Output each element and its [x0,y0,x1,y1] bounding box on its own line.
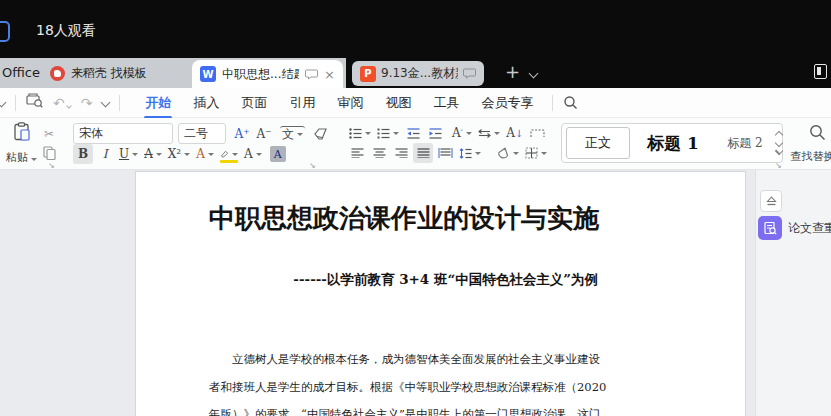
cut-icon[interactable]: ✂ [39,124,59,144]
chevron-down-icon [161,127,168,134]
document-tab-title: 9.13金...教材新课业 [381,65,458,82]
align-center-button[interactable] [369,143,389,163]
text-effects-button[interactable]: A [194,144,216,164]
document-body: 立德树人是学校的根本任务，成为德智体美全面发展的社会主义事业建设 者和接班人是学… [136,346,745,416]
group-expander-icon[interactable]: ↘ [775,161,782,170]
font-size-select[interactable]: 二号 [178,123,226,144]
font-color-button[interactable]: A [242,144,264,164]
more-commands-chevron-icon[interactable] [101,98,111,108]
new-tab-button[interactable]: + [505,63,520,81]
collapse-chevron-icon[interactable] [0,98,6,108]
pinyin-guide-button[interactable]: 文 [280,126,305,142]
viewer-count: 18人观看 [36,22,96,40]
redo-icon[interactable]: ↷ [81,95,93,111]
ribbon-tab-reference[interactable]: 引用 [278,89,326,117]
comment-bubble-icon[interactable] [463,64,476,83]
group-expander-icon[interactable]: ↘ [309,161,316,170]
highlighter-icon [220,149,229,159]
paper-check-tool[interactable]: 论文查重 [758,216,831,240]
ribbon-tab-page[interactable]: 页面 [230,89,278,117]
ribbon-tab-view[interactable]: 视图 [374,89,422,117]
tab-bar: Office 来稻壳 找模板 W 中职思想...结题报告 × P 9.13金..… [0,58,831,88]
clear-format-icon[interactable] [311,124,331,144]
window-layout-icon[interactable] [814,64,827,79]
increase-indent-button[interactable] [425,123,445,143]
chevron-down-icon [214,127,221,134]
italic-button[interactable]: I [95,144,115,164]
collapse-panel-button[interactable] [760,190,782,212]
style-body-text[interactable]: 正文 [566,127,630,159]
align-left-button[interactable] [347,143,367,163]
numbered-list-button[interactable] [375,123,401,143]
search-icon [809,124,826,141]
ribbon-tab-insert[interactable]: 插入 [182,89,230,117]
right-side-panel: 论文查重 [755,170,831,416]
ribbon-tabs: 开始 插入 页面 引用 审阅 视图 工具 会员专享 [134,89,544,117]
find-replace-button[interactable]: 查找替换 [791,118,831,169]
sort-button[interactable]: A↓ [504,123,525,143]
decrease-font-button[interactable]: A⁻ [254,124,274,144]
strikethrough-button[interactable]: A [142,144,164,164]
docer-templates-tab[interactable]: 来稻壳 找模板 [40,61,157,85]
paste-icon [13,122,31,141]
shading-color-button[interactable] [495,143,521,163]
document-page[interactable]: 中职思想政治课作业的设计与实施 ------以学前教育 3+4 班“中国特色社会… [135,171,746,416]
comment-bubble-icon[interactable] [305,65,318,84]
align-right-button[interactable] [391,143,411,163]
line-spacing-button[interactable] [457,143,483,163]
distribute-button[interactable] [435,143,455,163]
body-line: 立德树人是学校的根本任务，成为德智体美全面发展的社会主义事业建设 [209,346,598,374]
underline-button[interactable]: U [117,144,140,164]
justify-button[interactable] [413,143,433,163]
ribbon-tab-home[interactable]: 开始 [134,89,182,117]
ribbon-tab-member[interactable]: 会员专享 [470,89,544,117]
bold-button[interactable]: B [73,144,93,164]
superscript-button[interactable]: X² [166,144,192,164]
divider [15,95,16,111]
decrease-indent-button[interactable] [403,123,423,143]
font-name-select[interactable]: 宋体 [73,123,173,144]
ribbon-search[interactable] [563,95,578,110]
docer-tab-label: 来稻壳 找模板 [71,65,147,82]
wps-writer-window: 18人观看 Office 来稻壳 找模板 W 中职思想...结题报告 × P 9… [0,0,831,416]
tab-list-chevron-icon[interactable] [529,69,539,79]
style-heading-1[interactable]: 标题 1 [630,124,716,162]
body-line: 年版）》的要求，“中国特色社会主义”是中职生上的第一门思想政治课。这门 [209,401,598,416]
char-shading-button[interactable]: A [270,146,286,162]
font-group: 宋体 二号 A⁺ A⁻ 文 B I U A X² A [69,118,335,169]
document-subtitle: ------以学前教育 3+4 班“中国特色社会主义”为例 [136,271,745,289]
undo-icon[interactable]: ↶ [53,95,71,111]
paste-button[interactable]: 粘贴 [6,122,37,165]
meeting-app-icon[interactable] [0,21,10,42]
more-styles-icon[interactable] [775,147,783,155]
print-preview-icon[interactable] [26,93,43,112]
document-tab-title: 中职思想...结题报告 [222,66,299,83]
paper-check-icon [758,216,782,240]
close-tab-icon[interactable]: × [324,68,335,81]
document-title: 中职思想政治课作业的设计与实施 [136,202,745,234]
bullet-list-button[interactable] [347,123,373,143]
quick-access-toolbar: ↶ ↷ [0,93,120,112]
ribbon-tab-review[interactable]: 审阅 [326,89,374,117]
document-tab-active[interactable]: W 中职思想...结题报告 × [192,60,343,88]
text-direction-button[interactable] [476,123,502,143]
char-scale-button[interactable]: Aˇ [450,123,474,143]
eject-icon [766,196,777,206]
paragraph-group: Aˇ A↓ [343,118,553,169]
divider [119,95,120,111]
paper-check-label: 论文查重 [788,220,831,237]
meeting-overlay-bar: 18人观看 [0,0,831,58]
style-heading-2[interactable]: 标题 2 [716,124,774,162]
document-tab-inactive[interactable]: P 9.13金...教材新课业 [352,61,484,86]
highlight-color-swatch [220,160,238,164]
group-expander-icon[interactable]: ↘ [48,161,55,170]
search-icon [563,95,578,110]
styles-scroll-arrows[interactable] [776,132,782,154]
ribbon-tab-tools[interactable]: 工具 [422,89,470,117]
divider [552,95,553,111]
presentation-file-icon: P [360,66,376,82]
borders-button[interactable] [523,143,549,163]
increase-font-button[interactable]: A⁺ [232,124,252,144]
highlight-color-button[interactable] [218,144,240,164]
paragraph-layout-button[interactable] [527,123,547,143]
